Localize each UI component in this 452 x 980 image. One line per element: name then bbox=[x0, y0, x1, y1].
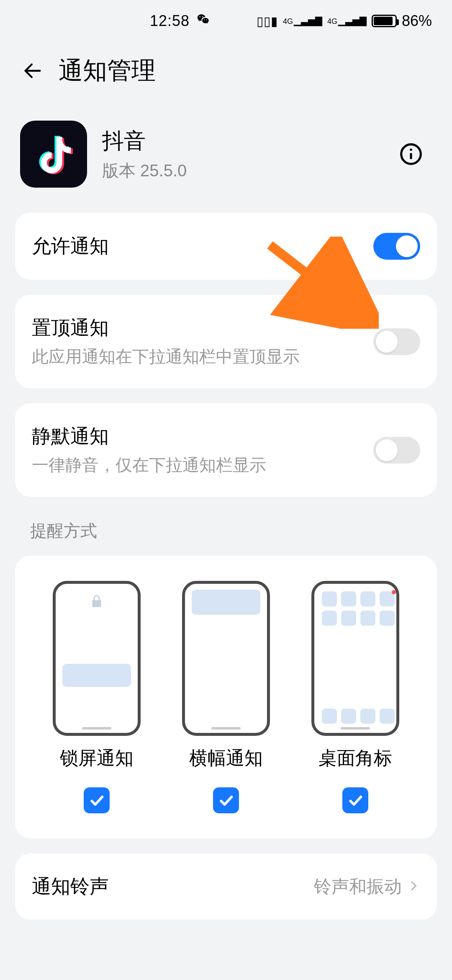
battery-percent: 86% bbox=[402, 12, 432, 30]
chevron-right-icon bbox=[407, 877, 420, 897]
app-name: 抖音 bbox=[102, 126, 383, 156]
page-title: 通知管理 bbox=[59, 54, 156, 87]
status-bar: 12:58 ▯▯▮ 4G▁▃▅▇ 4G▁▃▅▇ 86% bbox=[0, 0, 452, 42]
wechat-icon bbox=[196, 13, 211, 30]
signal-2-icon: 4G▁▃▅▇ bbox=[327, 15, 367, 26]
allow-notifications-row[interactable]: 允许通知 bbox=[15, 213, 437, 280]
reminder-section-label: 提醒方式 bbox=[0, 512, 452, 556]
allow-notifications-card: 允许通知 bbox=[15, 213, 437, 280]
silent-notifications-row[interactable]: 静默通知 一律静音，仅在下拉通知栏显示 bbox=[15, 403, 437, 497]
silent-sub: 一律静音，仅在下拉通知栏显示 bbox=[32, 454, 373, 477]
pin-notifications-card: 置顶通知 此应用通知在下拉通知栏中置顶显示 bbox=[15, 295, 437, 388]
banner-mock-icon bbox=[182, 581, 270, 736]
badge-label: 桌面角标 bbox=[318, 746, 392, 771]
app-header: 抖音 版本 25.5.0 bbox=[0, 104, 452, 213]
pin-toggle[interactable] bbox=[373, 328, 420, 355]
svg-point-3 bbox=[410, 149, 412, 151]
pin-title: 置顶通知 bbox=[32, 315, 373, 341]
lockscreen-mock-icon bbox=[53, 581, 141, 736]
banner-checkbox[interactable] bbox=[213, 787, 239, 813]
badge-style-item[interactable]: 桌面角标 bbox=[297, 581, 414, 813]
banner-style-item[interactable]: 横幅通知 bbox=[167, 581, 285, 813]
info-button[interactable] bbox=[398, 142, 424, 167]
ringtone-row[interactable]: 通知铃声 铃声和振动 bbox=[15, 854, 437, 920]
ringtone-title: 通知铃声 bbox=[32, 874, 314, 900]
vibrate-icon: ▯▯▮ bbox=[257, 14, 278, 28]
pin-sub: 此应用通知在下拉通知栏中置顶显示 bbox=[32, 345, 373, 368]
lockscreen-label: 锁屏通知 bbox=[60, 746, 134, 771]
page-header: 通知管理 bbox=[0, 42, 452, 104]
pin-notifications-row[interactable]: 置顶通知 此应用通知在下拉通知栏中置顶显示 bbox=[15, 295, 437, 388]
signal-1-icon: 4G▁▃▅▇ bbox=[283, 15, 322, 26]
allow-toggle[interactable] bbox=[373, 233, 420, 260]
badge-checkbox[interactable] bbox=[342, 787, 368, 813]
ringtone-value: 铃声和振动 bbox=[314, 875, 402, 898]
lockscreen-checkbox[interactable] bbox=[84, 787, 110, 813]
banner-label: 横幅通知 bbox=[189, 746, 263, 771]
back-button[interactable] bbox=[20, 58, 45, 83]
battery-icon bbox=[372, 15, 397, 27]
silent-title: 静默通知 bbox=[32, 423, 373, 449]
ringtone-card: 通知铃声 铃声和振动 bbox=[15, 854, 437, 920]
silent-toggle[interactable] bbox=[373, 437, 420, 464]
silent-notifications-card: 静默通知 一律静音，仅在下拉通知栏显示 bbox=[15, 403, 437, 497]
notification-styles-card: 锁屏通知 横幅通知 bbox=[15, 556, 437, 838]
app-icon bbox=[20, 121, 87, 188]
badge-mock-icon bbox=[311, 581, 399, 736]
allow-title: 允许通知 bbox=[32, 233, 373, 259]
lockscreen-style-item[interactable]: 锁屏通知 bbox=[38, 581, 155, 813]
status-time: 12:58 bbox=[150, 12, 190, 30]
app-version: 版本 25.5.0 bbox=[102, 159, 383, 182]
